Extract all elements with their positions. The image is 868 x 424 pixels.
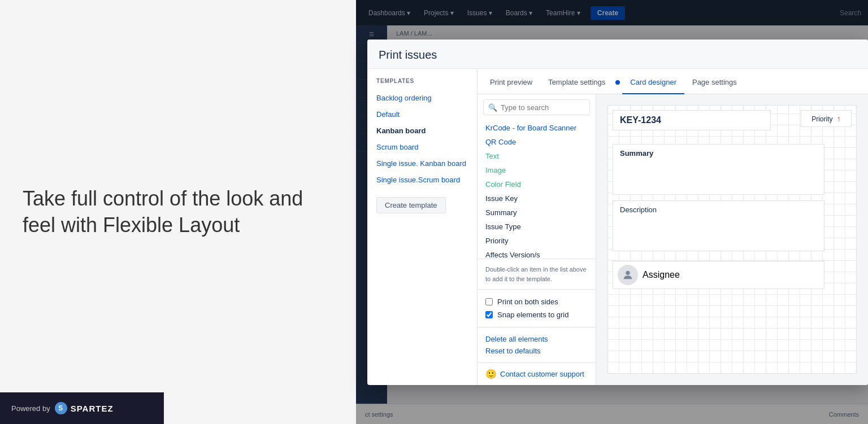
templates-header: TEMPLATES (367, 78, 477, 90)
checkbox-snap-grid[interactable]: Snap elements to grid (485, 308, 588, 321)
snap-grid-label: Snap elements to grid (497, 311, 568, 319)
field-qrcode[interactable]: QR Code (478, 135, 596, 149)
snap-grid-checkbox[interactable] (485, 311, 493, 318)
card-description-element[interactable]: Description (613, 200, 824, 251)
spartez-icon: S (55, 402, 67, 414)
tab-content: 🔍 ✕ KrCode - for Board Scanner QR Code T… (478, 94, 868, 385)
modal-title: Print issues (379, 49, 857, 62)
template-kanban-board[interactable]: Kanban board (367, 123, 477, 139)
checkbox-print-both-sides[interactable]: Print on both sides (485, 295, 588, 308)
smiley-icon: 🙂 (485, 369, 497, 379)
fields-list: KrCode - for Board Scanner QR Code Text … (478, 121, 596, 259)
powered-label: Powered by (11, 404, 50, 413)
powered-bar: Powered by S SPARTEZ (0, 392, 164, 424)
field-affects-version[interactable]: Affects Version/s (478, 248, 596, 259)
search-input[interactable] (501, 103, 596, 112)
card-priority-element[interactable]: Priority ↑ (801, 110, 852, 127)
tabs-bar: Print preview Template settings Card des… (478, 71, 868, 94)
field-priority[interactable]: Priority (478, 234, 596, 248)
field-krcode[interactable]: KrCode - for Board Scanner (478, 121, 596, 135)
modal-body: Print preview Template settings Card des… (367, 69, 868, 385)
active-tab-indicator (615, 80, 620, 85)
reset-defaults-link[interactable]: Reset to defaults (485, 345, 588, 357)
right-panel: 🔍 ✕ KrCode - for Board Scanner QR Code T… (478, 94, 868, 385)
tab-page-settings[interactable]: Page settings (684, 71, 745, 94)
create-template-button[interactable]: Create template (376, 197, 446, 213)
card-key-element[interactable]: KEY-1234 (613, 110, 771, 130)
card-preview: KEY-1234 Priority ↑ Summary (596, 94, 868, 385)
print-both-sides-checkbox[interactable] (485, 298, 493, 305)
card-canvas: KEY-1234 Priority ↑ Summary (607, 105, 857, 374)
fields-hint: Double-click an item in the list above t… (478, 259, 596, 289)
field-text[interactable]: Text (478, 149, 596, 163)
card-assignee-element[interactable]: Assignee (613, 261, 824, 289)
field-image[interactable]: Image (478, 163, 596, 177)
templates-panel: TEMPLATES Backlog ordering Default Kanba… (367, 69, 478, 385)
card-description-label: Description (620, 206, 657, 214)
search-icon: 🔍 (488, 103, 497, 112)
fields-options: Print on both sides Snap elements to gri… (478, 289, 596, 327)
template-backlog-ordering[interactable]: Backlog ordering (367, 90, 477, 106)
spartez-brand: SPARTEZ (71, 404, 114, 413)
template-single-scrum[interactable]: Single issue.Scrum board (367, 172, 477, 188)
marketing-headline: Take full control of the look and feel w… (23, 186, 333, 239)
field-summary[interactable]: Summary (478, 206, 596, 220)
marketing-area: Take full control of the look and feel w… (0, 0, 356, 424)
field-color-field[interactable]: Color Field (478, 177, 596, 191)
spartez-logo: S SPARTEZ (55, 402, 114, 414)
contact-row: 🙂 Contact customer support (478, 362, 596, 385)
assignee-avatar (618, 265, 638, 285)
card-summary-element[interactable]: Summary (613, 144, 824, 195)
search-box[interactable]: 🔍 ✕ (483, 99, 590, 115)
print-both-sides-label: Print on both sides (497, 298, 558, 306)
svg-point-0 (626, 271, 630, 275)
assignee-label: Assignee (643, 270, 680, 280)
tab-template-settings[interactable]: Template settings (540, 71, 613, 94)
card-key-value: KEY-1234 (620, 115, 661, 125)
delete-all-link[interactable]: Delete all elements (485, 333, 588, 345)
priority-arrow-icon: ↑ (837, 114, 841, 123)
action-links: Delete all elements Reset to defaults (478, 327, 596, 362)
modal-header: Print issues (367, 40, 868, 69)
card-summary-label: Summary (620, 149, 653, 158)
field-issue-key[interactable]: Issue Key (478, 191, 596, 206)
field-issue-type[interactable]: Issue Type (478, 220, 596, 234)
contact-support-link[interactable]: Contact customer support (500, 370, 584, 378)
tab-card-designer[interactable]: Card designer (622, 71, 684, 94)
tab-print-preview[interactable]: Print preview (482, 71, 540, 94)
template-single-kanban[interactable]: Single issue. Kanban board (367, 155, 477, 172)
template-default[interactable]: Default (367, 106, 477, 123)
card-priority-label: Priority (811, 115, 832, 123)
print-issues-modal: Print issues Print preview Template sett… (367, 40, 868, 385)
fields-panel: 🔍 ✕ KrCode - for Board Scanner QR Code T… (478, 94, 596, 385)
template-scrum-board[interactable]: Scrum board (367, 139, 477, 155)
